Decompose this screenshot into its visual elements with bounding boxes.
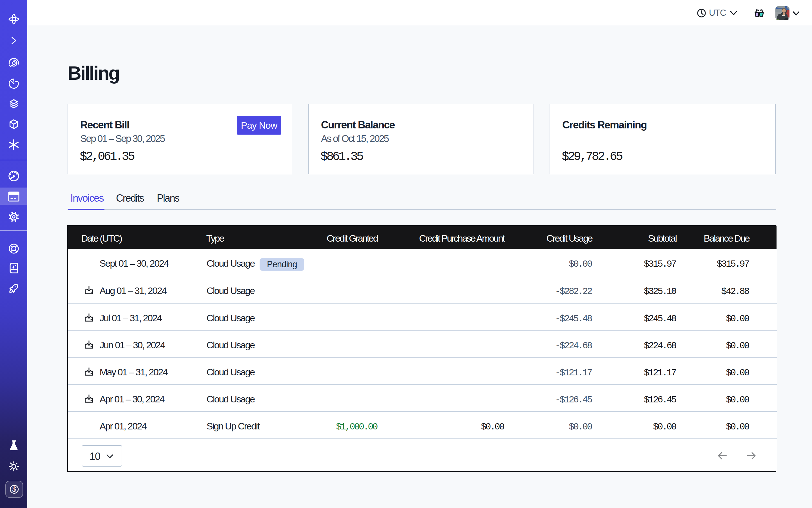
svg-text:$: $	[12, 485, 16, 493]
